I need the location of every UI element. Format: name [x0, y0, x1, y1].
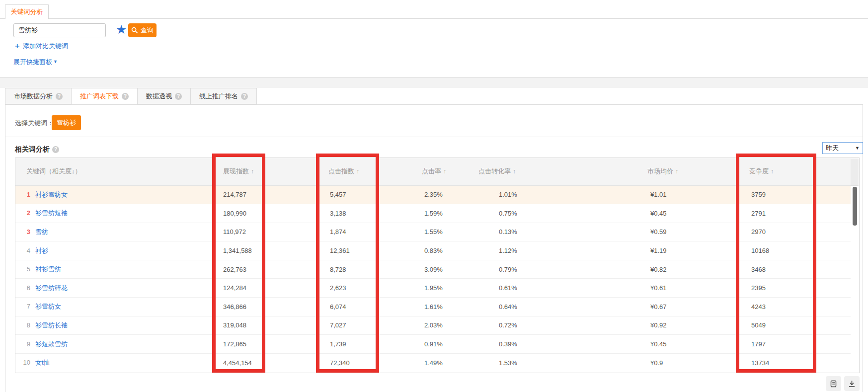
rank: 9 [21, 340, 30, 348]
help-icon[interactable]: ? [56, 93, 63, 100]
tab-market-data-analysis[interactable]: 市场数据分析 ? [5, 88, 71, 104]
date-range-select[interactable]: 昨天 ▼ [822, 142, 863, 154]
rank: 3 [21, 228, 30, 235]
tab-promo-wordlist-download[interactable]: 推广词表下载 ? [71, 88, 137, 105]
cvr-cell: 1.12% [478, 241, 646, 260]
column-header-competition[interactable]: 竞争度↑ [749, 158, 851, 185]
impressions-cell: 346,866 [222, 298, 327, 316]
keyword-link[interactable]: 女t恤 [35, 359, 50, 366]
ctr-cell: 1.61% [420, 298, 478, 316]
price-cell: ¥0.45 [646, 335, 749, 354]
help-icon[interactable]: ? [241, 93, 248, 100]
help-icon[interactable]: ? [175, 93, 182, 100]
sort-asc-icon: ↑ [675, 168, 678, 175]
keyword-link[interactable]: 衫短款雪纺 [35, 340, 68, 348]
keyword-link[interactable]: 衫雪纺女 [35, 303, 61, 310]
keyword-link[interactable]: 衬衫雪纺 [35, 265, 61, 273]
query-button[interactable]: 查询 [128, 23, 157, 37]
clicks-cell: 8,728 [327, 260, 420, 279]
cvr-cell: 0.72% [478, 316, 646, 335]
clicks-cell: 6,074 [327, 298, 420, 316]
keyword-link[interactable]: 衫雪纺短袖 [35, 209, 68, 217]
column-header-clicks[interactable]: 点击指数↑ [327, 158, 420, 185]
competition-cell: 2395 [749, 279, 851, 298]
keyword-link[interactable]: 雪纺 [35, 228, 48, 235]
rank: 10 [21, 359, 30, 366]
column-header-impressions[interactable]: 展现指数↑ [222, 158, 327, 185]
cvr-cell: 0.61% [478, 279, 646, 298]
ctr-cell: 1.59% [420, 204, 478, 223]
competition-cell: 3468 [749, 260, 851, 279]
rank: 7 [21, 303, 30, 310]
column-header-cvr[interactable]: 点击转化率↑ [478, 158, 646, 185]
tab-label: 线上推广排名 [199, 92, 238, 101]
keyword-link[interactable]: 衫雪纺长袖 [35, 321, 68, 329]
price-cell: ¥0.59 [646, 223, 749, 241]
selected-keyword-chip[interactable]: 雪纺衫 [52, 115, 81, 130]
table-row: 8衫雪纺长袖 319,048 7,027 2.03% 0.72% ¥0.92 5… [15, 316, 851, 335]
table-scrollbar-thumb[interactable] [853, 187, 857, 226]
top-divider [0, 18, 868, 19]
copy-icon [830, 380, 837, 388]
column-header-ctr[interactable]: 点击率↑ [420, 158, 478, 185]
keyword-link[interactable]: 衬衫雪纺女 [35, 191, 68, 198]
add-compare-label: 添加对比关键词 [23, 42, 68, 51]
sort-asc-icon: ↑ [443, 168, 446, 175]
favorite-star-icon[interactable]: ★ [116, 22, 127, 37]
sort-asc-icon: ↑ [513, 168, 516, 175]
competition-cell: 5049 [749, 316, 851, 335]
impressions-cell: 110,972 [222, 223, 327, 241]
column-label: 竞争度 [749, 167, 769, 175]
table-header-row: 关键词（相关度↓） 展现指数↑ 点击指数↑ 点击率↑ 点击转化率↑ 市场均价↑ … [15, 158, 851, 185]
tab-data-pivot[interactable]: 数据透视 ? [137, 88, 190, 104]
clicks-cell: 72,340 [327, 353, 420, 372]
cvr-cell: 1.53% [478, 353, 646, 372]
keyword-link[interactable]: 衬衫 [35, 247, 48, 254]
related-words-section-title: 相关词分析 ? [15, 145, 59, 154]
price-cell: ¥0.92 [646, 316, 749, 335]
clicks-cell: 1,874 [327, 223, 420, 241]
ctr-cell: 3.09% [420, 260, 478, 279]
column-label: 展现指数 [223, 167, 249, 175]
add-compare-keyword-link[interactable]: ＋ 添加对比关键词 [13, 41, 68, 51]
tab-keyword-analysis[interactable]: 关键词分析 [5, 4, 49, 19]
section-title-text: 相关词分析 [15, 145, 50, 154]
keyword-search-input[interactable] [13, 23, 106, 37]
rank: 8 [21, 321, 30, 329]
clicks-cell: 5,457 [327, 185, 420, 204]
select-keyword-label: 选择关键词： [15, 119, 54, 128]
expand-quick-panel-link[interactable]: 展开快捷面板▼ [13, 58, 58, 67]
ctr-cell: 1.95% [420, 279, 478, 298]
tab-online-promo-ranking[interactable]: 线上推广排名 ? [190, 88, 257, 104]
rank: 6 [21, 284, 30, 292]
cvr-cell: 0.64% [478, 298, 646, 316]
column-header-avg-price[interactable]: 市场均价↑ [646, 158, 749, 185]
rank: 1 [21, 191, 30, 198]
tab-label: 推广词表下载 [80, 92, 119, 101]
table-row: 5衬衫雪纺 262,763 8,728 3.09% 0.79% ¥0.82 34… [15, 260, 851, 279]
ctr-cell: 0.91% [420, 335, 478, 354]
caret-down-icon: ▼ [53, 59, 58, 64]
clicks-cell: 2,623 [327, 279, 420, 298]
plus-icon: ＋ [13, 41, 21, 51]
price-cell: ¥0.9 [646, 353, 749, 372]
impressions-cell: 262,763 [222, 260, 327, 279]
copy-table-button[interactable] [826, 376, 841, 391]
keyword-analysis-page: 关键词分析 ★ 查询 ＋ 添加对比关键词 展开快捷面板▼ 市场数据分析 ? 推广… [0, 0, 868, 392]
sort-asc-icon: ↑ [771, 168, 774, 175]
table-row: 1衬衫雪纺女 214,787 5,457 2.35% 1.01% ¥1.01 3… [15, 185, 851, 204]
dropdown-arrow-icon: ▼ [855, 146, 860, 151]
impressions-cell: 214,787 [222, 185, 327, 204]
table-row: 6衫雪纺碎花 124,284 2,623 1.95% 0.61% ¥0.61 2… [15, 279, 851, 298]
keyword-link[interactable]: 衫雪纺碎花 [35, 284, 68, 292]
help-icon[interactable]: ? [122, 93, 129, 100]
ctr-cell: 1.49% [420, 353, 478, 372]
cvr-cell: 0.13% [478, 223, 646, 241]
download-button[interactable] [844, 376, 860, 391]
impressions-cell: 1,341,588 [222, 241, 327, 260]
column-header-keyword[interactable]: 关键词（相关度↓） [15, 158, 222, 185]
column-label: 点击率 [422, 167, 441, 175]
price-cell: ¥1.01 [646, 185, 749, 204]
competition-cell: 13734 [749, 353, 851, 372]
help-icon[interactable]: ? [52, 146, 59, 153]
